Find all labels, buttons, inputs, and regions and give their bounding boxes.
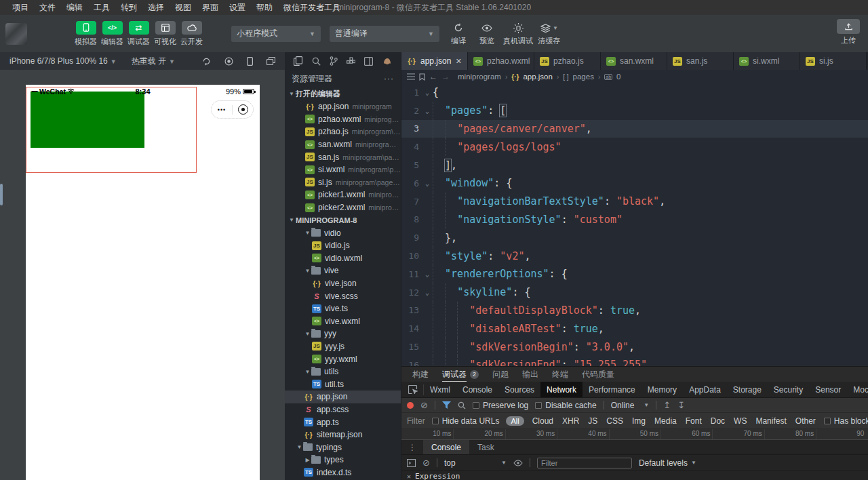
devtools-tab-sources[interactable]: Sources (498, 382, 540, 397)
folder-vidio[interactable]: ▼vidio (285, 226, 401, 239)
devtools-tab-security[interactable]: Security (768, 382, 809, 397)
code-line-13[interactable]: 13 "defaultDisplayBlock": true, (401, 302, 868, 320)
devtools-tab-sensor[interactable]: Sensor (809, 382, 847, 397)
编辑器-button[interactable]: </>编辑器 (100, 21, 125, 47)
filter-type-other[interactable]: Other (794, 416, 817, 426)
filter-type-js[interactable]: JS (587, 416, 599, 426)
record-icon[interactable] (224, 57, 233, 66)
file-yyy.js[interactable]: JSyyy.js (285, 340, 401, 353)
mode-dropdown[interactable]: 小程序模式 ▼ (231, 26, 321, 42)
open-editor-app.json[interactable]: {·}app.jsonminiprogram (285, 100, 401, 113)
plugin-icon[interactable] (382, 57, 392, 65)
code-line-12[interactable]: 12⌄ "skyline": { (401, 283, 868, 302)
file-vive.ts[interactable]: TSvive.ts (285, 302, 401, 315)
devtools-tab-console[interactable]: Console (456, 382, 498, 397)
breadcrumb-separator[interactable]: › (598, 73, 600, 81)
code-line-9[interactable]: 9 }, (401, 228, 868, 247)
code-line-14[interactable]: 14 "disableABTest": true, (401, 319, 868, 338)
panel-tab-构建[interactable]: 构建 (412, 367, 429, 382)
folder-typings[interactable]: ▼typings (285, 441, 401, 454)
menu-item-项目[interactable]: 项目 (7, 0, 34, 15)
outline-list-icon[interactable] (407, 73, 415, 80)
extensions-icon[interactable] (347, 57, 355, 66)
user-avatar[interactable] (5, 23, 27, 45)
files-icon[interactable] (294, 56, 302, 66)
blocked-cookies-checkbox[interactable]: Has blocked cookies (824, 416, 868, 426)
device-icon[interactable] (247, 57, 253, 66)
code-line-6[interactable]: 6⌄ "window": { (401, 174, 868, 193)
preserve-log-checkbox[interactable]: Preserve log (473, 401, 528, 410)
模拟器-button[interactable]: 模拟器 (73, 21, 98, 47)
folder-types[interactable]: ▶types (285, 454, 401, 466)
code-editor[interactable]: 1⌄{2⌄ "pages": [3 "pages/canver/canver",… (401, 83, 868, 366)
search-big-icon[interactable] (312, 57, 321, 66)
menu-item-设置[interactable]: 设置 (224, 0, 251, 15)
open-editor-si.js[interactable]: JSsi.jsminiprogram\pages\si (285, 176, 401, 189)
throttling-dropdown[interactable]: Online▼ (611, 401, 650, 410)
panel-tab-代码质量[interactable]: 代码质量 (582, 367, 614, 382)
folder-yyy[interactable]: ▼yyy (285, 327, 401, 340)
nav-back-icon[interactable]: ← (429, 72, 437, 81)
breadcrumb-index[interactable]: 0 (616, 73, 620, 81)
breadcrumb-folder[interactable]: miniprogram (458, 73, 501, 81)
panel-tab-输出[interactable]: 输出 (522, 367, 538, 382)
file-vive.wxml[interactable]: <>vive.wxml (285, 315, 401, 328)
code-line-10[interactable]: 10 "style": "v2", (401, 247, 868, 265)
filter-type-media[interactable]: Media (653, 416, 678, 426)
panel-tab-问题[interactable]: 问题 (492, 367, 509, 382)
code-line-16[interactable]: 16 "sdkVersionEnd": "15.255.255" (401, 356, 868, 366)
array-icon[interactable]: [ ] (563, 73, 568, 81)
code-line-7[interactable]: 7 "navigationBarTextStyle": "black", (401, 193, 868, 211)
filter-type-css[interactable]: CSS (605, 416, 625, 426)
code-line-11[interactable]: 11⌄ "rendererOptions": { (401, 265, 868, 283)
windows-icon[interactable] (267, 57, 275, 65)
folder-utils[interactable]: ▼utils (285, 365, 401, 378)
menu-item-选择[interactable]: 选择 (142, 0, 170, 15)
filter-type-xhr[interactable]: XHR (561, 416, 580, 426)
disable-cache-checkbox[interactable]: Disable cache (535, 401, 596, 410)
panel-tab-终端[interactable]: 终端 (552, 367, 568, 382)
tab-app.json[interactable]: {·}app.json✕ (401, 52, 468, 70)
file-sitemap.json[interactable]: {·}sitemap.json (285, 428, 401, 441)
project-root-section[interactable]: ▼ MINIPROGRAM-8 (285, 214, 401, 226)
tab-san.js[interactable]: JSsan.js (667, 52, 734, 70)
devtools-tab-performance[interactable]: Performance (583, 382, 642, 397)
tab-si.wxml[interactable]: <>si.wxml (734, 52, 800, 70)
network-filter-input[interactable]: Filter (407, 416, 425, 426)
breadcrumb-file[interactable]: app.json (523, 73, 552, 81)
devtools-tab-storage[interactable]: Storage (727, 382, 768, 397)
file-vive.scss[interactable]: Svive.scss (285, 289, 401, 302)
预览-button[interactable]: 预览 (475, 21, 499, 46)
breadcrumb-separator[interactable]: › (505, 73, 507, 81)
open-editor-pzhao.wxml[interactable]: <>pzhao.wxmlminiprogra... (285, 113, 401, 126)
hide-data-urls-checkbox[interactable]: Hide data URLs (432, 416, 500, 426)
open-editor-pzhao.js[interactable]: JSpzhao.jsminiprogram\p... (285, 125, 401, 138)
panel-tab-调试器[interactable]: 调试器2 (442, 367, 479, 382)
hot-reload-toggle[interactable]: 热重载 开▼ (132, 56, 175, 67)
file-vidio.js[interactable]: JSvidio.js (285, 239, 401, 252)
code-line-15[interactable]: 15 "sdkVersionBegin": "3.0.0", (401, 338, 868, 356)
remove-expression-icon[interactable]: ✕ (407, 473, 411, 480)
device-selector[interactable]: iPhone 6/7/8 Plus 100% 16▼ (9, 56, 117, 66)
nav-forward-icon[interactable]: → (441, 72, 450, 81)
capsule-close-button[interactable] (233, 104, 253, 115)
console-tab-console[interactable]: Console (423, 440, 469, 454)
capsule-more-button[interactable]: ••• (212, 106, 232, 113)
breadcrumb-separator[interactable]: › (557, 73, 559, 81)
fold-icon[interactable]: ⌄ (422, 107, 433, 115)
fold-icon[interactable]: ⌄ (422, 271, 433, 278)
console-tab-task[interactable]: Task (469, 440, 502, 454)
log-levels-dropdown[interactable]: Default levels▼ (639, 458, 696, 468)
filter-type-img[interactable]: Img (631, 416, 647, 426)
canvas-element[interactable] (31, 92, 144, 148)
search-icon[interactable] (458, 401, 466, 409)
可视化-button[interactable]: 可视化 (153, 21, 178, 47)
bookmark-icon[interactable] (419, 73, 425, 81)
editor-layout-icon[interactable] (364, 57, 373, 66)
eye-icon[interactable] (513, 460, 523, 466)
menu-item-界面[interactable]: 界面 (197, 0, 224, 15)
code-line-2[interactable]: 2⌄ "pages": [ (401, 102, 868, 120)
file-vidio.wxml[interactable]: <>vidio.wxml (285, 252, 401, 265)
menu-item-转到[interactable]: 转到 (115, 0, 142, 15)
record-network-icon[interactable] (407, 402, 414, 409)
